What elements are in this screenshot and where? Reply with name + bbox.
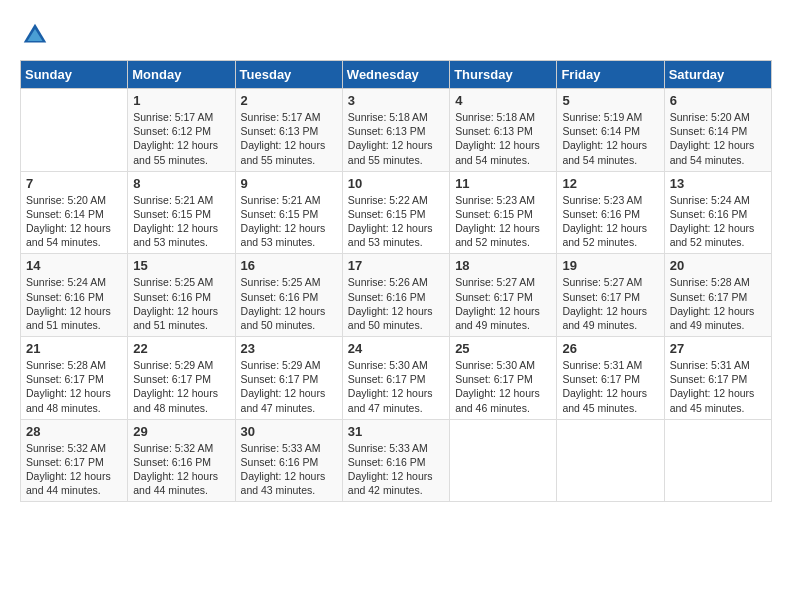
column-header-wednesday: Wednesday (342, 61, 449, 89)
day-number: 5 (562, 93, 658, 108)
day-info: Sunrise: 5:20 AM Sunset: 6:14 PM Dayligh… (670, 110, 766, 167)
column-header-tuesday: Tuesday (235, 61, 342, 89)
calendar-header-row: SundayMondayTuesdayWednesdayThursdayFrid… (21, 61, 772, 89)
calendar-cell: 15Sunrise: 5:25 AM Sunset: 6:16 PM Dayli… (128, 254, 235, 337)
day-info: Sunrise: 5:30 AM Sunset: 6:17 PM Dayligh… (348, 358, 444, 415)
column-header-thursday: Thursday (450, 61, 557, 89)
calendar-cell (557, 419, 664, 502)
day-number: 6 (670, 93, 766, 108)
calendar-cell: 4Sunrise: 5:18 AM Sunset: 6:13 PM Daylig… (450, 89, 557, 172)
page-header (20, 20, 772, 50)
calendar-cell: 20Sunrise: 5:28 AM Sunset: 6:17 PM Dayli… (664, 254, 771, 337)
day-info: Sunrise: 5:27 AM Sunset: 6:17 PM Dayligh… (455, 275, 551, 332)
day-number: 27 (670, 341, 766, 356)
calendar-week-row: 28Sunrise: 5:32 AM Sunset: 6:17 PM Dayli… (21, 419, 772, 502)
day-number: 24 (348, 341, 444, 356)
calendar-cell: 6Sunrise: 5:20 AM Sunset: 6:14 PM Daylig… (664, 89, 771, 172)
day-number: 29 (133, 424, 229, 439)
day-info: Sunrise: 5:23 AM Sunset: 6:16 PM Dayligh… (562, 193, 658, 250)
day-info: Sunrise: 5:33 AM Sunset: 6:16 PM Dayligh… (348, 441, 444, 498)
calendar-cell: 8Sunrise: 5:21 AM Sunset: 6:15 PM Daylig… (128, 171, 235, 254)
day-info: Sunrise: 5:29 AM Sunset: 6:17 PM Dayligh… (133, 358, 229, 415)
day-info: Sunrise: 5:30 AM Sunset: 6:17 PM Dayligh… (455, 358, 551, 415)
calendar-cell: 29Sunrise: 5:32 AM Sunset: 6:16 PM Dayli… (128, 419, 235, 502)
calendar-table: SundayMondayTuesdayWednesdayThursdayFrid… (20, 60, 772, 502)
calendar-cell: 9Sunrise: 5:21 AM Sunset: 6:15 PM Daylig… (235, 171, 342, 254)
day-info: Sunrise: 5:25 AM Sunset: 6:16 PM Dayligh… (133, 275, 229, 332)
calendar-week-row: 7Sunrise: 5:20 AM Sunset: 6:14 PM Daylig… (21, 171, 772, 254)
calendar-cell: 17Sunrise: 5:26 AM Sunset: 6:16 PM Dayli… (342, 254, 449, 337)
day-info: Sunrise: 5:21 AM Sunset: 6:15 PM Dayligh… (241, 193, 337, 250)
day-info: Sunrise: 5:22 AM Sunset: 6:15 PM Dayligh… (348, 193, 444, 250)
day-number: 12 (562, 176, 658, 191)
day-number: 14 (26, 258, 122, 273)
day-number: 17 (348, 258, 444, 273)
day-number: 23 (241, 341, 337, 356)
day-info: Sunrise: 5:27 AM Sunset: 6:17 PM Dayligh… (562, 275, 658, 332)
logo-icon (20, 20, 50, 50)
day-info: Sunrise: 5:25 AM Sunset: 6:16 PM Dayligh… (241, 275, 337, 332)
calendar-cell: 18Sunrise: 5:27 AM Sunset: 6:17 PM Dayli… (450, 254, 557, 337)
day-number: 13 (670, 176, 766, 191)
day-number: 3 (348, 93, 444, 108)
calendar-cell: 23Sunrise: 5:29 AM Sunset: 6:17 PM Dayli… (235, 337, 342, 420)
calendar-cell: 11Sunrise: 5:23 AM Sunset: 6:15 PM Dayli… (450, 171, 557, 254)
day-info: Sunrise: 5:24 AM Sunset: 6:16 PM Dayligh… (26, 275, 122, 332)
day-number: 28 (26, 424, 122, 439)
calendar-cell (21, 89, 128, 172)
calendar-cell: 3Sunrise: 5:18 AM Sunset: 6:13 PM Daylig… (342, 89, 449, 172)
day-number: 19 (562, 258, 658, 273)
day-number: 9 (241, 176, 337, 191)
day-info: Sunrise: 5:18 AM Sunset: 6:13 PM Dayligh… (455, 110, 551, 167)
day-info: Sunrise: 5:26 AM Sunset: 6:16 PM Dayligh… (348, 275, 444, 332)
calendar-cell: 13Sunrise: 5:24 AM Sunset: 6:16 PM Dayli… (664, 171, 771, 254)
day-number: 30 (241, 424, 337, 439)
calendar-cell: 2Sunrise: 5:17 AM Sunset: 6:13 PM Daylig… (235, 89, 342, 172)
column-header-monday: Monday (128, 61, 235, 89)
day-info: Sunrise: 5:31 AM Sunset: 6:17 PM Dayligh… (670, 358, 766, 415)
calendar-cell: 30Sunrise: 5:33 AM Sunset: 6:16 PM Dayli… (235, 419, 342, 502)
day-number: 18 (455, 258, 551, 273)
calendar-cell: 31Sunrise: 5:33 AM Sunset: 6:16 PM Dayli… (342, 419, 449, 502)
day-number: 22 (133, 341, 229, 356)
day-info: Sunrise: 5:24 AM Sunset: 6:16 PM Dayligh… (670, 193, 766, 250)
logo (20, 20, 54, 50)
day-info: Sunrise: 5:17 AM Sunset: 6:13 PM Dayligh… (241, 110, 337, 167)
calendar-cell: 12Sunrise: 5:23 AM Sunset: 6:16 PM Dayli… (557, 171, 664, 254)
day-number: 26 (562, 341, 658, 356)
column-header-saturday: Saturday (664, 61, 771, 89)
calendar-cell: 5Sunrise: 5:19 AM Sunset: 6:14 PM Daylig… (557, 89, 664, 172)
calendar-cell: 24Sunrise: 5:30 AM Sunset: 6:17 PM Dayli… (342, 337, 449, 420)
day-number: 1 (133, 93, 229, 108)
column-header-sunday: Sunday (21, 61, 128, 89)
day-info: Sunrise: 5:20 AM Sunset: 6:14 PM Dayligh… (26, 193, 122, 250)
day-info: Sunrise: 5:19 AM Sunset: 6:14 PM Dayligh… (562, 110, 658, 167)
day-info: Sunrise: 5:18 AM Sunset: 6:13 PM Dayligh… (348, 110, 444, 167)
calendar-cell: 1Sunrise: 5:17 AM Sunset: 6:12 PM Daylig… (128, 89, 235, 172)
calendar-cell: 16Sunrise: 5:25 AM Sunset: 6:16 PM Dayli… (235, 254, 342, 337)
calendar-cell: 22Sunrise: 5:29 AM Sunset: 6:17 PM Dayli… (128, 337, 235, 420)
calendar-cell: 25Sunrise: 5:30 AM Sunset: 6:17 PM Dayli… (450, 337, 557, 420)
calendar-cell: 26Sunrise: 5:31 AM Sunset: 6:17 PM Dayli… (557, 337, 664, 420)
day-info: Sunrise: 5:17 AM Sunset: 6:12 PM Dayligh… (133, 110, 229, 167)
day-number: 16 (241, 258, 337, 273)
calendar-cell: 19Sunrise: 5:27 AM Sunset: 6:17 PM Dayli… (557, 254, 664, 337)
day-info: Sunrise: 5:29 AM Sunset: 6:17 PM Dayligh… (241, 358, 337, 415)
day-info: Sunrise: 5:23 AM Sunset: 6:15 PM Dayligh… (455, 193, 551, 250)
column-header-friday: Friday (557, 61, 664, 89)
day-number: 20 (670, 258, 766, 273)
day-number: 4 (455, 93, 551, 108)
day-number: 21 (26, 341, 122, 356)
calendar-cell (450, 419, 557, 502)
calendar-week-row: 1Sunrise: 5:17 AM Sunset: 6:12 PM Daylig… (21, 89, 772, 172)
calendar-cell: 28Sunrise: 5:32 AM Sunset: 6:17 PM Dayli… (21, 419, 128, 502)
calendar-cell: 14Sunrise: 5:24 AM Sunset: 6:16 PM Dayli… (21, 254, 128, 337)
day-info: Sunrise: 5:32 AM Sunset: 6:17 PM Dayligh… (26, 441, 122, 498)
day-info: Sunrise: 5:28 AM Sunset: 6:17 PM Dayligh… (26, 358, 122, 415)
day-number: 10 (348, 176, 444, 191)
calendar-cell: 21Sunrise: 5:28 AM Sunset: 6:17 PM Dayli… (21, 337, 128, 420)
day-number: 7 (26, 176, 122, 191)
calendar-week-row: 21Sunrise: 5:28 AM Sunset: 6:17 PM Dayli… (21, 337, 772, 420)
day-info: Sunrise: 5:21 AM Sunset: 6:15 PM Dayligh… (133, 193, 229, 250)
day-number: 15 (133, 258, 229, 273)
